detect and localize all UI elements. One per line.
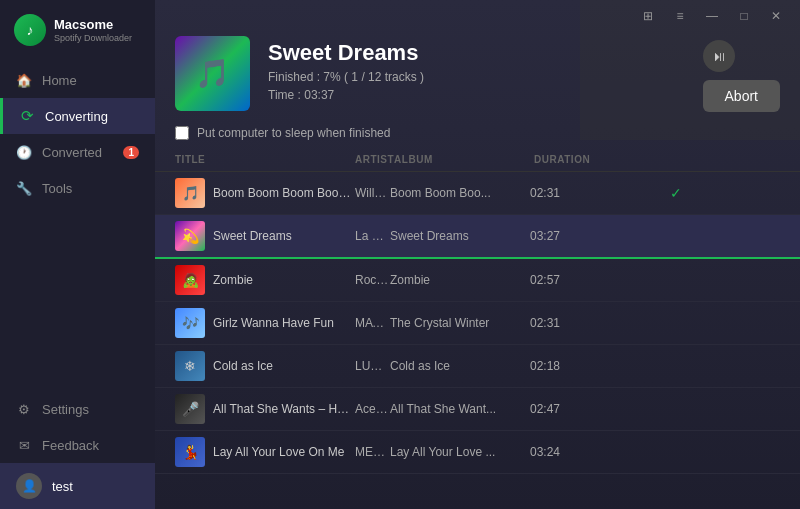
album-time: Time : 03:37 xyxy=(268,88,685,102)
sidebar-item-home[interactable]: 🏠 Home xyxy=(0,62,155,98)
header-status xyxy=(674,154,754,165)
grid-view-button[interactable]: ⊞ xyxy=(634,6,662,26)
track-album: Boom Boom Boo... xyxy=(390,186,530,200)
track-duration: 02:18 xyxy=(530,359,670,373)
track-album: Cold as Ice xyxy=(390,359,530,373)
track-artist: MATTN, Stavros... xyxy=(355,316,390,330)
track-thumbnail: 💃 xyxy=(175,437,205,467)
sleep-label: Put computer to sleep when finished xyxy=(197,126,390,140)
home-icon: 🏠 xyxy=(16,72,32,88)
track-album: The Crystal Winter xyxy=(390,316,530,330)
album-title: Sweet Dreams xyxy=(268,40,685,66)
sidebar-item-settings[interactable]: ⚙ Settings xyxy=(0,391,155,427)
header-duration: DURATION xyxy=(534,154,674,165)
converted-badge: 1 xyxy=(123,146,139,159)
thumb-img: 💃 xyxy=(175,437,205,467)
track-album: All That She Want... xyxy=(390,402,530,416)
table-row[interactable]: 💫 Sweet Dreams La Bouche, Paolo... Sweet… xyxy=(155,215,800,259)
menu-button[interactable]: ≡ xyxy=(666,6,694,26)
track-thumbnail: 🎶 xyxy=(175,308,205,338)
close-button[interactable]: ✕ xyxy=(762,6,790,26)
track-name: All That She Wants – Helion Remix xyxy=(213,402,355,416)
album-art: 🎵 xyxy=(175,36,250,111)
track-name: Boom Boom Boom Boom !! xyxy=(213,186,355,200)
track-name: Zombie xyxy=(213,273,253,287)
sidebar-item-converting[interactable]: ⟳ Converting xyxy=(0,98,155,134)
track-duration: 03:27 xyxy=(530,229,670,243)
track-name: Girlz Wanna Have Fun xyxy=(213,316,334,330)
feedback-icon: ✉ xyxy=(16,437,32,453)
logo-text: Macsome Spotify Downloader xyxy=(54,17,132,43)
sleep-checkbox[interactable] xyxy=(175,126,189,140)
track-thumbnail: 🧟 xyxy=(175,265,205,295)
track-album: Sweet Dreams xyxy=(390,229,530,243)
thumb-img: 🎤 xyxy=(175,394,205,424)
avatar: 👤 xyxy=(16,473,42,499)
sidebar-item-converting-label: Converting xyxy=(45,109,108,124)
thumb-img: 🧟 xyxy=(175,265,205,295)
track-duration: 02:47 xyxy=(530,402,670,416)
table-row[interactable]: 🎤 All That She Wants – Helion Remix Ace … xyxy=(155,388,800,431)
track-title-cell: ❄ Cold as Ice xyxy=(175,351,355,381)
track-thumbnail: 🎵 xyxy=(175,178,205,208)
sidebar: ♪ Macsome Spotify Downloader 🏠 Home ⟳ Co… xyxy=(0,0,155,509)
track-artist: LUNAX, KYANU xyxy=(355,359,390,373)
track-duration: 02:57 xyxy=(530,273,670,287)
thumb-img: 🎶 xyxy=(175,308,205,338)
track-album: Lay All Your Love ... xyxy=(390,445,530,459)
track-duration: 02:31 xyxy=(530,316,670,330)
track-title-cell: 💃 Lay All Your Love On Me xyxy=(175,437,355,467)
track-duration: 03:24 xyxy=(530,445,670,459)
sidebar-item-converted-label: Converted xyxy=(42,145,102,160)
converted-icon: 🕐 xyxy=(16,144,32,160)
album-info: Sweet Dreams Finished : 7% ( 1 / 12 trac… xyxy=(268,36,685,102)
nav-items: 🏠 Home ⟳ Converting 🕐 Converted 1 🔧 Tool… xyxy=(0,56,155,463)
track-status: ✓ xyxy=(670,185,750,201)
track-title-cell: 💫 Sweet Dreams xyxy=(175,221,355,251)
sidebar-item-feedback[interactable]: ✉ Feedback xyxy=(0,427,155,463)
track-thumbnail: 💫 xyxy=(175,221,205,251)
track-name: Cold as Ice xyxy=(213,359,273,373)
maximize-button[interactable]: □ xyxy=(730,6,758,26)
username: test xyxy=(52,479,73,494)
table-header: TITLE ARTIST ALBUM DURATION xyxy=(155,148,800,172)
sidebar-item-settings-label: Settings xyxy=(42,402,89,417)
logo-area: ♪ Macsome Spotify Downloader xyxy=(0,0,155,56)
track-name: Lay All Your Love On Me xyxy=(213,445,344,459)
track-artist: MELON, Dance Fr... xyxy=(355,445,390,459)
thumb-img: 🎵 xyxy=(175,178,205,208)
table-row[interactable]: ❄ Cold as Ice LUNAX, KYANU Cold as Ice 0… xyxy=(155,345,800,388)
app-subtitle: Spotify Downloader xyxy=(54,33,132,43)
track-artist: La Bouche, Paolo... xyxy=(355,229,390,243)
user-profile[interactable]: 👤 test xyxy=(0,463,155,509)
track-album: Zombie xyxy=(390,273,530,287)
album-progress: Finished : 7% ( 1 / 12 tracks ) xyxy=(268,70,685,84)
sidebar-item-tools[interactable]: 🔧 Tools xyxy=(0,170,155,206)
app-name: Macsome xyxy=(54,17,132,33)
sleep-checkbox-row: Put computer to sleep when finished xyxy=(155,122,800,148)
track-thumbnail: ❄ xyxy=(175,351,205,381)
main-content: ⊞ ≡ — □ ✕ 🎵 Sweet Dreams Finished : 7% (… xyxy=(155,0,800,509)
sidebar-item-feedback-label: Feedback xyxy=(42,438,99,453)
track-thumbnail: 🎤 xyxy=(175,394,205,424)
app-logo-icon: ♪ xyxy=(14,14,46,46)
header-title: TITLE xyxy=(175,154,355,165)
sidebar-item-converted[interactable]: 🕐 Converted 1 xyxy=(0,134,155,170)
track-title-cell: 🧟 Zombie xyxy=(175,265,355,295)
minimize-button[interactable]: — xyxy=(698,6,726,26)
track-title-cell: 🎵 Boom Boom Boom Boom !! xyxy=(175,178,355,208)
header-album: ALBUM xyxy=(394,154,534,165)
table-row[interactable]: 🎵 Boom Boom Boom Boom !! Willy William, … xyxy=(155,172,800,215)
track-rows-container: 🎵 Boom Boom Boom Boom !! Willy William, … xyxy=(155,172,800,474)
sidebar-item-tools-label: Tools xyxy=(42,181,72,196)
table-row[interactable]: 🎶 Girlz Wanna Have Fun MATTN, Stavros...… xyxy=(155,302,800,345)
track-artist: Rocco, Perfect Pl... xyxy=(355,273,390,287)
media-button[interactable]: ⏯ xyxy=(703,40,735,72)
track-artist: Ace of Base, Heli... xyxy=(355,402,390,416)
abort-button[interactable]: Abort xyxy=(703,80,780,112)
header-artist: ARTIST xyxy=(355,154,394,165)
track-title-cell: 🎤 All That She Wants – Helion Remix xyxy=(175,394,355,424)
settings-icon: ⚙ xyxy=(16,401,32,417)
table-row[interactable]: 💃 Lay All Your Love On Me MELON, Dance F… xyxy=(155,431,800,474)
table-row[interactable]: 🧟 Zombie Rocco, Perfect Pl... Zombie 02:… xyxy=(155,259,800,302)
